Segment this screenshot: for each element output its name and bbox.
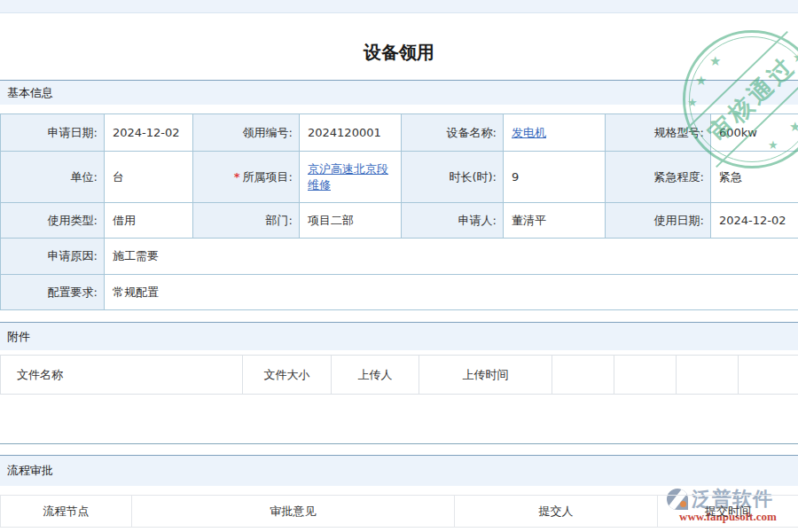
field-value-apply-reason: 施工需要 xyxy=(105,239,798,275)
field-label-department: 部门: xyxy=(193,203,300,239)
page-title: 设备领用 xyxy=(0,39,798,66)
field-value-department: 项目二部 xyxy=(300,203,402,239)
field-label-config-requirement: 配置要求: xyxy=(1,275,105,310)
field-value-applicant: 董清平 xyxy=(504,203,606,239)
top-bar xyxy=(0,0,798,13)
field-label-urgency: 紧急程度: xyxy=(606,152,711,203)
section-header-approval: 流程审批 xyxy=(0,455,798,486)
attach-col-empty-2 xyxy=(614,356,677,395)
project-label-text: 所属项目: xyxy=(243,169,293,185)
basic-info-table: 申请日期: 2024-12-02 领用编号: 2024120001 设备名称: … xyxy=(0,113,798,310)
field-label-duration: 时长(时): xyxy=(402,152,504,203)
field-label-device-name: 设备名称: xyxy=(402,114,504,152)
field-label-project: * 所属项目: xyxy=(193,152,300,203)
field-value-device-name: 发电机 xyxy=(504,114,606,152)
field-value-project: 京沪高速北京段维修 xyxy=(300,152,402,203)
field-value-usage-date: 2024-12-02 xyxy=(711,203,798,239)
field-value-unit: 台 xyxy=(105,152,193,203)
section-header-basic-info: 基本信息 xyxy=(0,80,798,105)
attach-col-file-size: 文件大小 xyxy=(243,356,332,395)
field-label-apply-reason: 申请原因: xyxy=(1,239,105,275)
approval-table-header: 流程节点 审批意见 提交人 提交时间 xyxy=(0,495,798,528)
field-value-apply-date: 2024-12-02 xyxy=(105,114,193,152)
approval-col-opinion: 审批意见 xyxy=(132,496,455,528)
section-header-attachments: 附件 xyxy=(0,322,798,350)
field-label-usage-date: 使用日期: xyxy=(606,203,711,239)
project-link[interactable]: 京沪高速北京段维修 xyxy=(308,161,395,192)
field-label-spec-model: 规格型号: xyxy=(606,114,711,152)
field-value-spec-model: 600kw xyxy=(711,114,798,152)
approval-col-flow-node: 流程节点 xyxy=(1,496,132,528)
attach-col-empty-1 xyxy=(552,356,614,395)
field-value-usage-type: 借用 xyxy=(105,203,193,239)
approval-col-submitter: 提交人 xyxy=(455,496,658,528)
field-label-usage-type: 使用类型: xyxy=(1,203,105,239)
required-asterisk: * xyxy=(234,169,240,185)
approval-col-submit-time: 提交时间 xyxy=(658,496,798,528)
attach-col-file-name: 文件名称 xyxy=(1,356,243,395)
section-title-approval: 流程审批 xyxy=(7,463,53,479)
device-name-link[interactable]: 发电机 xyxy=(512,125,546,141)
attach-col-upload-time: 上传时间 xyxy=(419,356,552,395)
section-title-basic: 基本信息 xyxy=(7,85,53,101)
attachments-section-divider xyxy=(0,443,798,444)
attach-col-empty-3 xyxy=(677,356,739,395)
attach-col-uploader: 上传人 xyxy=(332,356,419,395)
field-label-unit: 单位: xyxy=(1,152,105,203)
field-label-requisition-no: 领用编号: xyxy=(193,114,300,152)
field-value-urgency: 紧急 xyxy=(711,152,798,203)
attach-col-empty-4 xyxy=(739,356,798,395)
attachments-table-header: 文件名称 文件大小 上传人 上传时间 xyxy=(0,355,798,395)
section-title-attachments: 附件 xyxy=(7,329,30,345)
field-value-requisition-no: 2024120001 xyxy=(300,114,402,152)
field-value-config-requirement: 常规配置 xyxy=(105,275,798,310)
field-value-duration: 9 xyxy=(504,152,606,203)
field-label-apply-date: 申请日期: xyxy=(1,114,105,152)
field-label-applicant: 申请人: xyxy=(402,203,504,239)
